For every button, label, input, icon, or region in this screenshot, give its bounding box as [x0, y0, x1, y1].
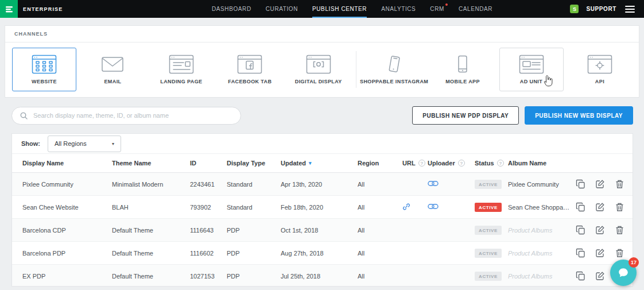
nav-crm[interactable]: CRM — [430, 0, 444, 18]
toolbar-buttons: PUBLISH NEW PDP DISPLAY PUBLISH NEW WEB … — [412, 106, 633, 125]
header-uploader: Uploader ? — [428, 160, 475, 167]
channel-email[interactable]: EMAIL — [80, 48, 145, 91]
top-navbar: ENTERPRISE DASHBOARD CURATION PUBLISH CE… — [0, 0, 644, 18]
channel-mobile-app[interactable]: MOBILE APP — [430, 48, 495, 91]
help-icon[interactable]: ? — [418, 160, 425, 167]
cell-display-type: Standard — [227, 204, 281, 211]
channel-label: AD UNIT — [520, 79, 542, 84]
header-region[interactable]: Region — [358, 160, 402, 167]
edit-icon[interactable] — [595, 179, 605, 189]
channel-label: EMAIL — [104, 79, 121, 84]
landing-page-icon — [169, 55, 194, 74]
edit-icon[interactable] — [595, 248, 605, 258]
header-theme-name[interactable]: Theme Name — [112, 160, 190, 167]
copy-icon[interactable] — [576, 225, 585, 235]
delete-icon[interactable] — [615, 248, 624, 258]
status-badge: ACTIVE — [475, 249, 502, 258]
cell-id: 1027153 — [190, 273, 227, 280]
header-uploader-label: Uploader — [428, 160, 455, 167]
table-row[interactable]: Barcelona CDP Default Theme 1116643 PDP … — [12, 219, 633, 242]
pixlee-logo-icon — [5, 5, 14, 14]
help-icon[interactable]: ? — [458, 160, 465, 167]
delete-icon[interactable] — [615, 202, 624, 212]
nav-analytics[interactable]: ANALYTICS — [381, 0, 416, 18]
main-nav: DASHBOARD CURATION PUBLISH CENTER ANALYT… — [212, 0, 492, 18]
header-updated[interactable]: Updated ▾ — [281, 160, 358, 167]
table-row[interactable]: Pixlee Community Minimalist Modern 22434… — [12, 173, 633, 196]
toolbar: PUBLISH NEW PDP DISPLAY PUBLISH NEW WEB … — [11, 106, 633, 125]
cell-display-type: PDP — [227, 250, 281, 257]
search-input[interactable] — [33, 112, 233, 119]
shoppable-instagram-icon — [382, 55, 407, 74]
channels-row: WEBSITE EMAIL LANDING PAGE — [5, 42, 639, 96]
row-actions — [576, 179, 633, 189]
channels-title: CHANNELS — [5, 26, 639, 42]
channel-landing-page[interactable]: LANDING PAGE — [149, 48, 214, 91]
channel-label: MOBILE APP — [445, 79, 480, 84]
chat-launcher-button[interactable]: 17 — [610, 260, 637, 286]
header-display-type[interactable]: Display Type — [227, 160, 281, 167]
nav-calendar[interactable]: CALENDAR — [459, 0, 492, 18]
menu-icon[interactable] — [624, 3, 636, 15]
pixlee-logo[interactable] — [0, 0, 18, 18]
publish-new-web-display-button[interactable]: PUBLISH NEW WEB DISPLAY — [525, 106, 633, 125]
copy-icon[interactable] — [576, 271, 585, 281]
navbar-right: S SUPPORT — [570, 0, 644, 18]
channel-ad-unit[interactable]: AD UNIT — [499, 48, 564, 91]
channel-digital-display[interactable]: DIGITAL DISPLAY — [286, 48, 351, 91]
cell-theme-name: Minimalist Modern — [112, 181, 190, 188]
channel-label: SHOPPABLE INSTAGRAM — [360, 79, 428, 84]
copy-icon[interactable] — [576, 179, 585, 189]
region-select[interactable]: All Regions ▾ — [48, 136, 121, 152]
table-row[interactable]: Barcelona PDP Default Theme 1116602 PDP … — [12, 242, 633, 265]
digital-display-icon — [306, 55, 331, 74]
cell-updated: Jul 25th, 2018 — [281, 273, 358, 280]
edit-icon[interactable] — [595, 202, 605, 212]
channel-api[interactable]: API — [568, 48, 632, 91]
facebook-tab-icon — [237, 55, 262, 74]
edit-icon[interactable] — [595, 225, 605, 235]
delete-icon[interactable] — [615, 225, 624, 235]
cell-display-name: Barcelona PDP — [22, 250, 112, 257]
channel-facebook-tab[interactable]: FACEBOOK TAB — [218, 48, 282, 91]
search-box[interactable] — [11, 107, 241, 125]
help-icon[interactable]: ? — [497, 160, 504, 167]
edit-icon[interactable] — [595, 271, 605, 281]
filter-bar: Show: All Regions ▾ — [12, 134, 633, 154]
cell-id: 1116643 — [190, 227, 227, 234]
cell-album-name: Product Albums — [508, 250, 576, 257]
cell-display-name: Sean Chee Website — [22, 204, 112, 211]
table-row[interactable]: Sean Chee Website BLAH 793902 Standard F… — [12, 196, 633, 219]
cell-uploader — [428, 180, 475, 188]
cell-updated: Feb 18th, 2020 — [281, 204, 358, 211]
cell-display-type: PDP — [227, 273, 281, 280]
notification-dot — [445, 3, 448, 6]
nav-curation[interactable]: CURATION — [266, 0, 298, 18]
uploader-link-icon[interactable] — [428, 203, 439, 210]
user-avatar-badge[interactable]: S — [570, 5, 579, 13]
support-link[interactable]: SUPPORT — [586, 6, 616, 12]
nav-publish-center[interactable]: PUBLISH CENTER — [312, 0, 367, 18]
table-row[interactable]: EX PDP Default Theme 1027153 PDP Jul 25t… — [12, 265, 633, 287]
status-badge: ACTIVE — [475, 226, 502, 235]
row-actions — [576, 225, 633, 235]
cell-display-type: Standard — [227, 181, 281, 188]
publish-new-pdp-display-button[interactable]: PUBLISH NEW PDP DISPLAY — [412, 106, 519, 125]
copy-icon[interactable] — [576, 202, 585, 212]
channel-label: WEBSITE — [32, 79, 57, 84]
header-id[interactable]: ID — [190, 160, 227, 167]
cell-id: 1116602 — [190, 250, 227, 257]
delete-icon[interactable] — [615, 179, 624, 189]
sort-desc-icon: ▾ — [309, 160, 312, 166]
cell-region: All — [358, 227, 402, 234]
search-icon — [20, 111, 28, 120]
url-link-icon[interactable] — [402, 203, 410, 211]
channel-website[interactable]: WEBSITE — [12, 48, 76, 91]
channel-shoppable-instagram[interactable]: SHOPPABLE INSTAGRAM — [362, 48, 426, 91]
header-display-name[interactable]: Display Name — [22, 160, 112, 167]
cell-region: All — [358, 273, 402, 280]
uploader-link-icon[interactable] — [428, 180, 439, 187]
nav-dashboard[interactable]: DASHBOARD — [212, 0, 251, 18]
header-album-name[interactable]: Album Name — [508, 160, 576, 167]
copy-icon[interactable] — [576, 248, 585, 258]
